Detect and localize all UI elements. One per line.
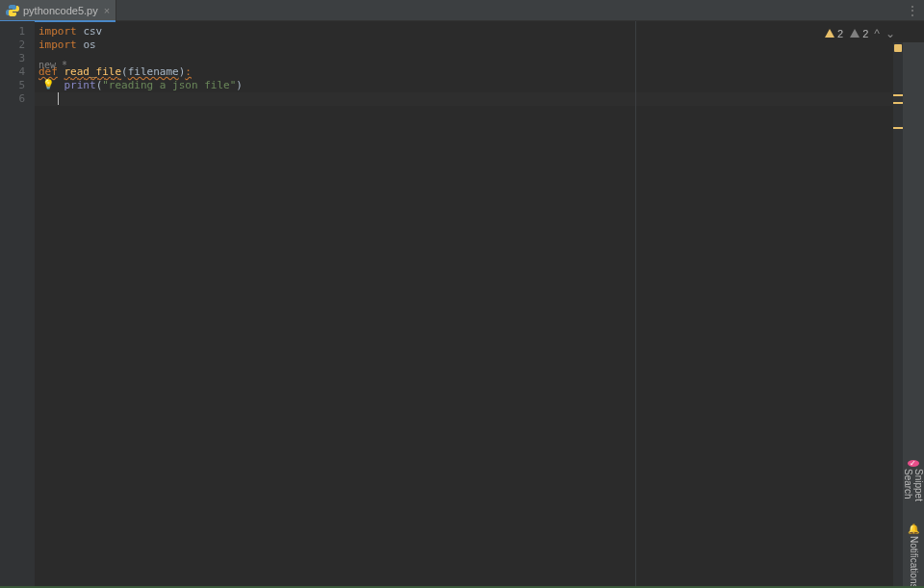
warning-triangle-icon: [824, 28, 835, 39]
warning-triangle-icon: [849, 28, 860, 39]
inspection-summary-marker[interactable]: [894, 44, 902, 52]
module-name: csv: [83, 25, 102, 38]
warning-marker[interactable]: [893, 94, 903, 96]
tab-filename: pythoncode5.py: [23, 5, 98, 16]
line-number[interactable]: 6: [0, 92, 35, 106]
bell-icon: 🔔: [908, 524, 919, 534]
line-number[interactable]: 1: [0, 25, 35, 38]
error-stripe[interactable]: [893, 42, 903, 588]
snippet-search-tool[interactable]: Snippet Search: [903, 456, 924, 510]
intention-bulb-icon[interactable]: 💡: [42, 79, 54, 89]
module-name: os: [83, 38, 95, 51]
kw-import: import: [38, 25, 77, 38]
line-number-gutter: 1 2 3 4 5 6: [0, 21, 35, 588]
python-file-icon: [6, 4, 19, 17]
warning-count: 2: [862, 28, 868, 39]
paren: ): [236, 79, 243, 91]
builtin-print: print: [64, 79, 96, 91]
kw-import: import: [38, 38, 77, 51]
next-highlight-button[interactable]: ⌄: [886, 27, 895, 40]
editor-tab-bar: pythoncode5.py × ⋮: [0, 0, 924, 21]
line-number[interactable]: 5: [0, 79, 35, 92]
text-caret: [58, 92, 59, 105]
line-number[interactable]: 4: [0, 65, 35, 79]
prev-highlight-button[interactable]: ^: [874, 27, 880, 40]
notifications-label: Notifications: [909, 536, 919, 588]
warning-marker[interactable]: [893, 127, 903, 129]
vcs-new-marker: new *: [38, 60, 67, 70]
snippet-search-icon: [908, 460, 919, 467]
warning-indicator-2[interactable]: 2: [849, 28, 868, 39]
editor-tab[interactable]: pythoncode5.py ×: [0, 0, 116, 21]
snippet-search-label: Snippet Search: [903, 469, 924, 506]
close-tab-icon[interactable]: ×: [104, 5, 110, 16]
line-number[interactable]: 2: [0, 38, 35, 52]
warning-marker[interactable]: [893, 102, 903, 104]
right-tool-strip: Snippet Search 🔔 Notifications: [903, 42, 924, 588]
editor-area: 1 2 3 4 5 6 import csv import os new * d…: [0, 21, 924, 588]
warning-indicator-1[interactable]: 2: [824, 28, 843, 39]
code-editor[interactable]: import csv import os new * def read_file…: [35, 21, 924, 588]
string-literal: "reading a json file": [102, 79, 236, 91]
line-number[interactable]: 3: [0, 52, 35, 65]
inspection-status: 2 2 ^ ⌄: [824, 27, 895, 40]
tab-menu-button[interactable]: ⋮: [907, 4, 918, 17]
warning-count: 2: [837, 28, 843, 39]
notifications-tool[interactable]: 🔔 Notifications: [908, 520, 919, 588]
